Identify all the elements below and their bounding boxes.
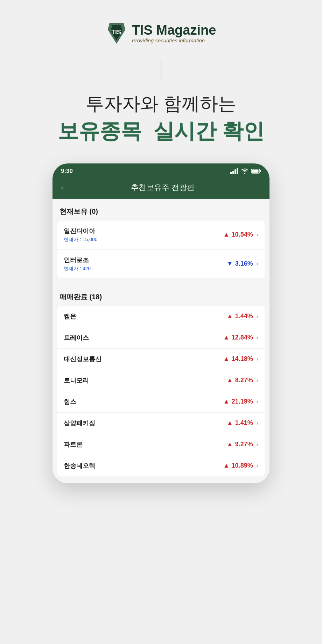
hero-line2-highlight: 실시간 확인 bbox=[153, 119, 264, 143]
stock-name: 켐온 bbox=[64, 312, 76, 321]
stock-row-삼양패키징[interactable]: 삼양패키징 ▲ 1.41% › bbox=[57, 413, 265, 434]
chevron-right-icon: › bbox=[257, 420, 258, 426]
back-button[interactable]: ← bbox=[59, 183, 68, 192]
chevron-right-icon: › bbox=[257, 399, 258, 405]
logo-text-group: TIS Magazine Providing securities inform… bbox=[132, 23, 216, 44]
stock-name: 토니모리 bbox=[64, 376, 89, 385]
signal-icon bbox=[230, 168, 238, 174]
svg-rect-9 bbox=[260, 170, 261, 172]
up-arrow-icon: ▲ bbox=[227, 441, 233, 448]
svg-rect-6 bbox=[237, 168, 238, 174]
stock-change: ▲ 12.84% › bbox=[223, 334, 258, 341]
stock-change: ▼ 3.16% › bbox=[227, 260, 258, 267]
stock-name: 파트론 bbox=[64, 440, 83, 449]
stock-row-힘스[interactable]: 힘스 ▲ 21.19% › bbox=[57, 391, 265, 413]
stock-name: 일진다이아 bbox=[64, 227, 98, 235]
stock-row-토니모리[interactable]: 토니모리 ▲ 8.27% › bbox=[57, 370, 265, 391]
section-header-1: 매매완료 (18) bbox=[52, 285, 270, 306]
stock-change: ▲ 1.41% › bbox=[227, 419, 258, 427]
chevron-right-icon: › bbox=[257, 463, 258, 469]
up-arrow-icon: ▲ bbox=[223, 355, 230, 363]
phone-mockup: 9:30 ← 추천보 bbox=[52, 163, 270, 483]
hero-line1: 투자자와 함께하는 bbox=[58, 91, 264, 117]
stock-name: 트레이스 bbox=[64, 334, 89, 342]
completed-trades-list: 켐온 ▲ 1.44% › 트레이스 ▲ 12.84% › 대신정보통신 bbox=[57, 306, 265, 476]
logo-subtitle: Providing securities information bbox=[132, 37, 216, 43]
stock-row-파트론[interactable]: 파트론 ▲ 9.27% › bbox=[57, 434, 265, 455]
up-arrow-icon: ▲ bbox=[223, 398, 230, 405]
status-bar: 9:30 bbox=[52, 163, 270, 177]
hero-text: 투자자와 함께하는 보유종목 실시간 확인 bbox=[58, 91, 264, 146]
up-arrow-icon: ▲ bbox=[227, 419, 233, 427]
chevron-right-icon: › bbox=[257, 377, 258, 384]
stock-row-일진다이아[interactable]: 일진다이아 현재가 : 15,000 ▲ 10.54% › bbox=[57, 220, 265, 250]
up-arrow-icon: ▲ bbox=[227, 313, 233, 320]
svg-rect-5 bbox=[234, 169, 236, 174]
wifi-icon bbox=[241, 168, 248, 174]
current-holdings-list: 일진다이아 현재가 : 15,000 ▲ 10.54% › 인터로조 현재가 :… bbox=[57, 220, 265, 278]
stock-row-대신정보통신[interactable]: 대신정보통신 ▲ 14.18% › bbox=[57, 349, 265, 370]
hero-line2: 보유종목 실시간 확인 bbox=[58, 117, 264, 146]
chevron-right-icon: › bbox=[257, 335, 258, 341]
up-arrow-icon: ▲ bbox=[223, 334, 230, 341]
status-icons bbox=[230, 168, 261, 174]
stock-change: ▲ 14.18% › bbox=[223, 355, 258, 363]
up-arrow-icon: ▲ bbox=[223, 462, 230, 469]
stock-change: ▲ 9.27% › bbox=[227, 441, 258, 448]
chevron-right-icon: › bbox=[257, 313, 258, 320]
stock-row-켐온[interactable]: 켐온 ▲ 1.44% › bbox=[57, 306, 265, 327]
svg-rect-8 bbox=[252, 169, 259, 173]
stock-name: 삼양패키징 bbox=[64, 419, 95, 427]
stock-name: 대신정보통신 bbox=[64, 355, 102, 363]
logo-area: TIS TIS Magazine Providing securities in… bbox=[106, 21, 216, 46]
down-arrow-icon: ▼ bbox=[227, 260, 233, 267]
chevron-right-icon: › bbox=[257, 356, 258, 362]
stock-change: ▲ 1.44% › bbox=[227, 313, 258, 320]
svg-rect-3 bbox=[230, 172, 232, 174]
chevron-right-icon: › bbox=[257, 441, 258, 448]
stock-change: ▲ 21.19% › bbox=[223, 398, 258, 405]
stock-change: ▲ 10.54% › bbox=[223, 231, 258, 238]
stock-price: 현재가 : 15,000 bbox=[64, 237, 98, 243]
up-arrow-icon: ▲ bbox=[227, 377, 233, 384]
logo-title: TIS Magazine bbox=[132, 23, 216, 38]
stock-name: 힘스 bbox=[64, 398, 76, 406]
section-divider bbox=[161, 59, 161, 80]
stock-row-트레이스[interactable]: 트레이스 ▲ 12.84% › bbox=[57, 327, 265, 349]
battery-icon bbox=[251, 168, 261, 174]
stock-info: 일진다이아 현재가 : 15,000 bbox=[64, 227, 98, 243]
up-arrow-icon: ▲ bbox=[223, 231, 230, 238]
stock-price: 현재가 : 420 bbox=[64, 266, 91, 272]
stock-name: 인터로조 bbox=[64, 256, 91, 264]
stock-row-한송네오텍[interactable]: 한송네오텍 ▲ 10.89% › bbox=[57, 455, 265, 476]
chevron-right-icon: › bbox=[257, 232, 258, 238]
section-header-0: 현재보유 (0) bbox=[52, 199, 270, 220]
stock-name: 한송네오텍 bbox=[64, 462, 95, 470]
stock-change: ▲ 8.27% › bbox=[227, 377, 258, 384]
stock-info: 인터로조 현재가 : 420 bbox=[64, 256, 91, 272]
chevron-right-icon: › bbox=[257, 261, 258, 267]
stock-row-인터로조[interactable]: 인터로조 현재가 : 420 ▼ 3.16% › bbox=[57, 250, 265, 278]
nav-title: 추천보유주 전광판 bbox=[74, 182, 262, 193]
content-area: 현재보유 (0) 일진다이아 현재가 : 15,000 ▲ 10.54% › bbox=[52, 199, 270, 483]
svg-rect-4 bbox=[232, 171, 234, 174]
stock-change: ▲ 10.89% › bbox=[223, 462, 258, 469]
svg-text:TIS: TIS bbox=[111, 29, 121, 36]
nav-bar: ← 추천보유주 전광판 bbox=[52, 177, 270, 199]
status-time: 9:30 bbox=[61, 168, 73, 175]
logo-icon: TIS bbox=[106, 21, 127, 46]
hero-line2-plain: 보유종목 bbox=[58, 119, 142, 143]
